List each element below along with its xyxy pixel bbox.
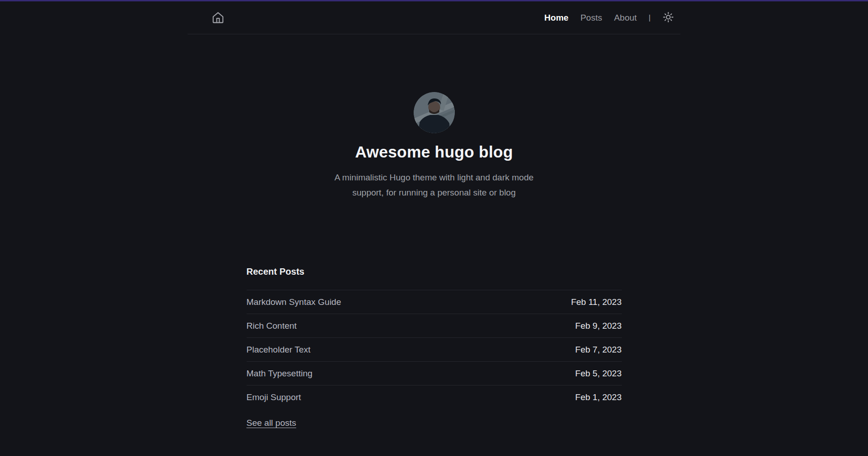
post-date: Feb 5, 2023 — [575, 369, 621, 379]
recent-posts-heading: Recent Posts — [247, 265, 622, 278]
post-row: Placeholder Text Feb 7, 2023 — [247, 337, 622, 361]
sun-icon — [663, 11, 674, 24]
nav-link-about[interactable]: About — [614, 13, 637, 23]
hero-section: Awesome hugo blog A minimalistic Hugo th… — [247, 34, 622, 200]
post-link[interactable]: Emoji Support — [247, 392, 301, 402]
post-row: Emoji Support Feb 1, 2023 — [247, 385, 622, 409]
main-content: Awesome hugo blog A minimalistic Hugo th… — [247, 34, 622, 428]
nav-link-home[interactable]: Home — [545, 13, 569, 23]
main-nav: Home Posts About | — [545, 11, 674, 24]
site-subtitle: A minimalistic Hugo theme with light and… — [324, 170, 544, 200]
profile-photo — [414, 92, 455, 133]
nav-link-posts[interactable]: Posts — [580, 13, 602, 23]
post-link[interactable]: Placeholder Text — [247, 345, 311, 355]
site-title: Awesome hugo blog — [247, 142, 622, 162]
nav-separator: | — [649, 13, 651, 22]
post-row: Markdown Syntax Guide Feb 11, 2023 — [247, 290, 622, 314]
theme-toggle-button[interactable] — [663, 11, 674, 24]
home-link[interactable] — [211, 11, 225, 24]
post-row: Math Typesetting Feb 5, 2023 — [247, 361, 622, 385]
post-date: Feb 1, 2023 — [575, 392, 621, 402]
post-date: Feb 9, 2023 — [575, 321, 621, 331]
see-all-posts-link[interactable]: See all posts — [247, 418, 297, 428]
post-link[interactable]: Math Typesetting — [247, 369, 313, 379]
post-list: Markdown Syntax Guide Feb 11, 2023 Rich … — [247, 290, 622, 409]
post-row: Rich Content Feb 9, 2023 — [247, 314, 622, 337]
post-date: Feb 11, 2023 — [571, 297, 622, 307]
site-header: Home Posts About | — [0, 1, 868, 34]
post-link[interactable]: Markdown Syntax Guide — [247, 297, 341, 307]
post-link[interactable]: Rich Content — [247, 321, 297, 331]
post-date: Feb 7, 2023 — [575, 345, 621, 355]
recent-posts-section: Recent Posts Markdown Syntax Guide Feb 1… — [247, 265, 622, 428]
home-icon — [211, 11, 225, 24]
